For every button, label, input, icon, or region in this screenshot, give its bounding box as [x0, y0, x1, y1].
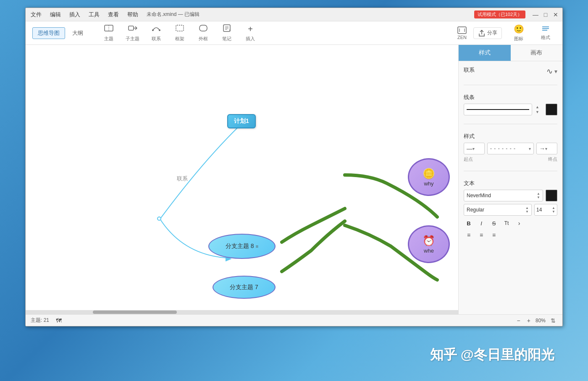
zoom-in-button[interactable]: + — [525, 317, 532, 324]
zoom-out-button[interactable]: − — [515, 317, 522, 324]
main-toolbar: 思维导图 大纲 主题 — [26, 21, 562, 45]
svg-point-15 — [158, 217, 161, 220]
text-section-label: 文本 — [464, 180, 557, 187]
curve-dropdown-icon[interactable]: ▾ — [554, 68, 557, 75]
line-color-box[interactable] — [546, 104, 557, 115]
tool-outer[interactable]: 外框 — [193, 23, 213, 44]
spin-up[interactable]: ▲ — [536, 104, 542, 110]
share-label: 分享 — [487, 29, 497, 37]
line-spinner[interactable]: ▲ ▼ — [536, 104, 542, 115]
menu-insert[interactable]: 插入 — [68, 10, 82, 19]
zoom-level: 80% — [536, 318, 546, 324]
menu-file[interactable]: 文件 — [29, 10, 43, 19]
horizontal-scrollbar[interactable] — [26, 310, 458, 314]
canvas-area[interactable]: 计划1 分支主题 8 ≡ 分支主题 7 🪙 why ⏰ — [26, 45, 458, 314]
node-branch8[interactable]: 分支主题 8 ≡ — [208, 234, 276, 259]
tool-note[interactable]: 笔记 — [217, 23, 237, 44]
dash-style-selector[interactable]: - - - - - - - ▾ — [487, 143, 534, 154]
node-branch7[interactable]: 分支主题 7 — [213, 276, 276, 299]
tool-insert[interactable]: + 插入 — [240, 23, 260, 44]
tool-frame[interactable]: 框架 — [170, 23, 190, 44]
start-line-icon: — — [467, 145, 472, 152]
tab-outline[interactable]: 大纲 — [67, 27, 89, 39]
end-dropdown-arrow[interactable]: ▾ — [545, 146, 547, 151]
font-size-display: 14 — [536, 207, 552, 213]
italic-button[interactable]: I — [476, 218, 486, 228]
font-style-down[interactable]: ▼ — [525, 210, 529, 214]
font-size-down[interactable]: ▼ — [552, 210, 555, 214]
tab-mindmap[interactable]: 思维导图 — [32, 27, 65, 39]
toolbar-right: ZEN 分享 🙂 图标 — [457, 22, 556, 44]
end-label: 终点 — [548, 156, 557, 162]
font-name-down[interactable]: ▼ — [537, 196, 540, 199]
svg-rect-0 — [105, 25, 113, 31]
close-button[interactable]: ✕ — [552, 11, 559, 18]
more-format-button[interactable]: › — [514, 218, 524, 228]
format-button[interactable]: 格式 — [536, 23, 556, 42]
end-point-selector[interactable]: → ▾ — [536, 143, 557, 154]
panel-content: 联系 ∿ ▾ 线条 — [459, 61, 562, 245]
align-center-button[interactable]: ≡ — [476, 230, 486, 240]
minimize-button[interactable]: — — [532, 11, 539, 18]
section-text: 文本 NeverMind ▲ ▼ — [464, 180, 557, 240]
icon-button[interactable]: 🙂 图标 — [509, 22, 529, 44]
text-color-box[interactable] — [546, 190, 557, 201]
menu-edit[interactable]: 编辑 — [48, 10, 63, 19]
font-style-selector[interactable]: Regular ▲ ▼ — [464, 204, 532, 216]
align-row: ≡ ≡ ≡ — [464, 230, 557, 240]
dash-dropdown-arrow[interactable]: ▾ — [529, 146, 531, 151]
app-window: 文件 编辑 插入 工具 查看 帮助 未命名.xmind — 已编辑 试用模式（已… — [25, 8, 563, 326]
spin-down[interactable]: ▼ — [536, 110, 542, 115]
font-style-display: Regular — [467, 207, 484, 213]
align-right-button[interactable]: ≡ — [489, 230, 499, 240]
tool-subtopic[interactable]: 子主题 — [122, 23, 143, 44]
title-bar: 文件 编辑 插入 工具 查看 帮助 未命名.xmind — 已编辑 试用模式（已… — [26, 8, 562, 21]
relation-curve-selector: ∿ ▾ — [546, 67, 557, 76]
status-bar-right: − + 80% ⇅ — [515, 317, 557, 324]
font-size-spinner[interactable]: ▲ ▼ — [552, 206, 555, 214]
panel-tab-canvas[interactable]: 画布 — [511, 45, 563, 61]
font-name-selector[interactable]: NeverMind ▲ ▼ — [464, 190, 543, 201]
menu-bar: 文件 编辑 插入 工具 查看 帮助 — [29, 10, 140, 19]
bold-button[interactable]: B — [464, 218, 474, 228]
panel-tab-style[interactable]: 样式 — [459, 45, 511, 61]
start-dropdown-arrow[interactable]: ▾ — [472, 146, 475, 151]
style-labels-row: 起点 终点 — [464, 156, 557, 162]
node-plan1[interactable]: 计划1 — [227, 114, 256, 128]
node-why[interactable]: 🪙 why — [408, 158, 450, 196]
map-icon: 🗺 — [56, 317, 62, 324]
font-size-selector[interactable]: 14 ▲ ▼ — [534, 204, 557, 216]
format-label: 格式 — [541, 34, 550, 41]
desktop-watermark: 知乎 @冬日里的阳光 — [430, 346, 554, 364]
menu-help[interactable]: 帮助 — [126, 10, 140, 19]
line-row: ▲ ▼ — [464, 104, 557, 115]
svg-rect-1 — [129, 26, 134, 30]
font-name-up[interactable]: ▲ — [537, 192, 540, 196]
why-icon: 🪙 — [423, 168, 435, 180]
zoom-arrows-button[interactable]: ⇅ — [549, 317, 557, 324]
window-title: 未命名.xmind — 已编辑 — [147, 11, 200, 18]
text-size-button[interactable]: Tt — [501, 218, 512, 228]
font-size-up[interactable]: ▲ — [552, 206, 555, 210]
style-section-label: 样式 — [464, 133, 557, 140]
align-left-button[interactable]: ≡ — [464, 230, 474, 240]
topic-label: 主题 — [104, 36, 113, 42]
zen-button[interactable]: ZEN — [457, 26, 467, 40]
strikethrough-button[interactable]: S — [489, 218, 499, 228]
font-style-spinner[interactable]: ▲ ▼ — [525, 206, 529, 214]
scroll-thumb-h[interactable] — [93, 311, 177, 314]
insert-icon: + — [248, 24, 253, 34]
tool-topic[interactable]: 主题 — [99, 23, 119, 44]
node-whe[interactable]: ⏰ whe — [408, 225, 450, 263]
font-name-spinner[interactable]: ▲ ▼ — [537, 192, 540, 199]
whe-icon: ⏰ — [423, 235, 435, 247]
menu-tools[interactable]: 工具 — [87, 10, 101, 19]
start-point-selector[interactable]: — ▾ — [464, 143, 485, 154]
tool-relation[interactable]: 联系 — [146, 23, 166, 44]
share-button[interactable]: 分享 — [473, 27, 502, 39]
font-style-up[interactable]: ▲ — [525, 206, 529, 210]
menu-view[interactable]: 查看 — [106, 10, 121, 19]
maximize-button[interactable]: □ — [542, 11, 549, 18]
svg-rect-4 — [176, 25, 184, 31]
icon-label: 图标 — [514, 36, 523, 42]
